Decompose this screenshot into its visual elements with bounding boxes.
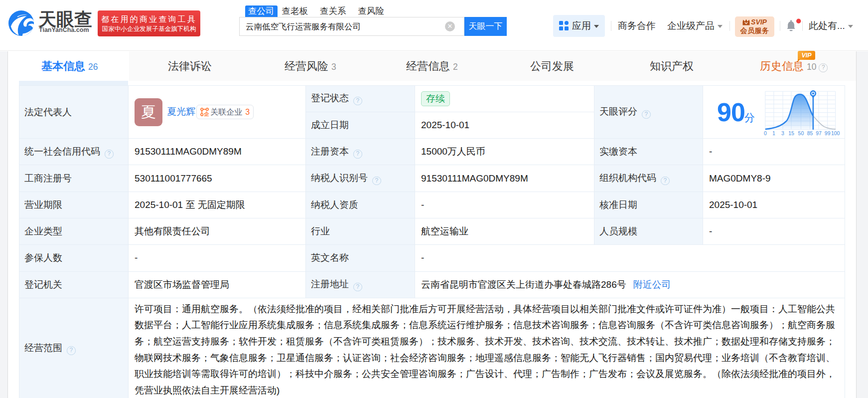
svg-text:85: 85 (807, 130, 813, 136)
svg-text:99: 99 (824, 130, 830, 136)
svg-text:1: 1 (772, 130, 775, 136)
svg-text:0: 0 (763, 130, 766, 136)
svg-text:50: 50 (798, 130, 804, 136)
svg-text:15: 15 (788, 130, 794, 136)
svg-text:97: 97 (816, 130, 822, 136)
svg-text:企: 企 (204, 111, 209, 116)
svg-text:100: 100 (831, 130, 840, 136)
svg-text:3: 3 (781, 130, 784, 136)
